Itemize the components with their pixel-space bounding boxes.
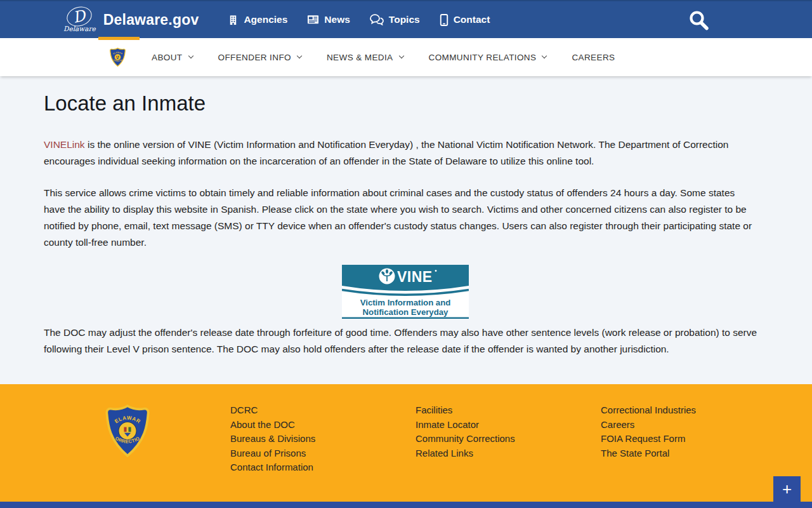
footer-link-foia-request-form[interactable]: FOIA Request Form: [601, 432, 786, 446]
delaware-gov-logo[interactable]: D Delaware Delaware.gov: [63, 7, 199, 32]
site-footer: DELAWARE CORRECTION DCRC About the DOC B…: [0, 384, 812, 502]
intro-paragraph: VINELink is the online version of VINE (…: [44, 137, 758, 170]
footer-link-related-links[interactable]: Related Links: [416, 446, 601, 461]
site-name: Delaware.gov: [103, 11, 199, 29]
page-title: Locate an Inmate: [44, 91, 758, 116]
footer-link-facilities[interactable]: Facilities: [416, 403, 601, 418]
vine-tagline-line2: Notification Everyday: [363, 307, 449, 317]
list-item: Inmate Locator: [416, 418, 601, 432]
list-item: About the DOC: [230, 418, 416, 432]
tab-careers[interactable]: CAREERS: [572, 53, 615, 62]
tab-offender-info[interactable]: OFFENDER INFO: [218, 53, 301, 62]
list-item: Careers: [601, 418, 786, 432]
footer-link-about-the-doc[interactable]: About the DOC: [230, 418, 416, 432]
tab-offender-info-label: OFFENDER INFO: [218, 53, 291, 62]
doc-home-badge-link[interactable]: DELAWARE CORRECTION: [109, 48, 126, 67]
nav-topics-label: Topics: [389, 14, 420, 25]
nav-contact-label: Contact: [454, 14, 490, 25]
doc-badge-icon: DELAWARE CORRECTION: [109, 48, 126, 67]
list-item: Facilities: [416, 403, 601, 418]
list-item: FOIA Request Form: [601, 432, 786, 446]
active-tab-indicator: [98, 37, 140, 40]
footer-link-the-state-portal[interactable]: The State Portal: [601, 446, 786, 461]
vine-wordmark: VINE: [397, 269, 433, 285]
vinelink-link[interactable]: VINELink: [44, 139, 85, 150]
vine-tagline-line1: Victim Information and: [360, 298, 451, 307]
nav-topics[interactable]: Topics: [370, 14, 420, 25]
tab-news-media-label: NEWS & MEDIA: [327, 53, 393, 62]
list-item: Community Corrections: [416, 432, 601, 446]
list-item: Correctional Industries: [601, 403, 786, 418]
state-portal-nav: Agencies News Topics: [228, 14, 490, 26]
newspaper-icon: [307, 15, 319, 25]
nav-agencies[interactable]: Agencies: [228, 14, 287, 25]
oval-d-letter: D: [72, 8, 87, 25]
list-item: Related Links: [416, 446, 601, 461]
list-item: DCRC: [230, 403, 416, 418]
tab-community-relations-label: COMMUNITY RELATIONS: [429, 53, 537, 62]
chevron-down-icon: [297, 53, 302, 58]
nav-agencies-label: Agencies: [244, 14, 287, 25]
list-item: Contact Information: [230, 460, 416, 475]
nav-news[interactable]: News: [307, 14, 350, 25]
chat-bubbles-icon: [370, 14, 384, 25]
list-item: Bureau of Prisons: [230, 446, 416, 461]
chevron-down-icon: [398, 53, 403, 58]
footer-link-correctional-industries[interactable]: Correctional Industries: [601, 403, 786, 418]
footer-column-1: DCRC About the DOC Bureaus & Divisions B…: [230, 403, 416, 475]
expand-footer-button[interactable]: +: [773, 476, 801, 502]
footer-link-bureaus-divisions[interactable]: Bureaus & Divisions: [230, 432, 416, 446]
chevron-down-icon: [188, 53, 193, 58]
bottom-bar: [0, 502, 812, 508]
doc-badge-icon: DELAWARE CORRECTION: [104, 404, 151, 457]
tab-news-media[interactable]: NEWS & MEDIA: [327, 53, 403, 62]
tab-about-label: ABOUT: [152, 53, 183, 62]
footer-link-bureau-of-prisons[interactable]: Bureau of Prisons: [230, 446, 416, 461]
footer-column-3: Correctional Industries Careers FOIA Req…: [601, 403, 786, 475]
site-header: D Delaware Delaware.gov Agencies: [0, 0, 812, 38]
building-icon: [228, 15, 239, 25]
vine-logo-image: VINE Victim Information and Notification…: [342, 265, 469, 319]
footer-link-community-corrections[interactable]: Community Corrections: [416, 432, 601, 446]
footer-link-dcrc[interactable]: DCRC: [230, 403, 416, 418]
delaware-oval-logo: D Delaware: [63, 7, 96, 32]
footer-link-contact-information[interactable]: Contact Information: [230, 460, 416, 475]
list-item: The State Portal: [601, 446, 786, 461]
main-content: Locate an Inmate VINELink is the online …: [0, 91, 812, 358]
nav-contact[interactable]: Contact: [440, 14, 490, 26]
vine-logo-container: VINE Victim Information and Notification…: [44, 265, 758, 319]
page: D Delaware Delaware.gov Agencies: [0, 0, 812, 508]
footer-link-careers[interactable]: Careers: [601, 418, 786, 432]
chevron-down-icon: [542, 53, 547, 58]
agency-nav: DELAWARE CORRECTION ABOUT OFFENDER INFO …: [0, 38, 812, 76]
tab-careers-label: CAREERS: [572, 53, 615, 62]
mobile-phone-icon: [440, 14, 449, 26]
intro-paragraph-text: is the online version of VINE (Victim In…: [44, 139, 728, 166]
doc-note-paragraph: The DOC may adjust the offender's releas…: [44, 324, 758, 358]
tab-community-relations[interactable]: COMMUNITY RELATIONS: [429, 53, 547, 62]
search-icon: [688, 10, 710, 32]
footer-link-columns: DCRC About the DOC Bureaus & Divisions B…: [230, 403, 786, 475]
tab-about[interactable]: ABOUT: [152, 53, 193, 62]
service-paragraph: This service allows crime victims to obt…: [44, 185, 758, 251]
footer-column-2: Facilities Inmate Locator Community Corr…: [416, 403, 601, 475]
footer-doc-badge-link[interactable]: DELAWARE CORRECTION: [104, 404, 151, 460]
footer-link-inmate-locator[interactable]: Inmate Locator: [416, 418, 601, 432]
nav-news-label: News: [324, 14, 350, 25]
search-button[interactable]: [687, 10, 711, 32]
list-item: Bureaus & Divisions: [230, 432, 416, 446]
